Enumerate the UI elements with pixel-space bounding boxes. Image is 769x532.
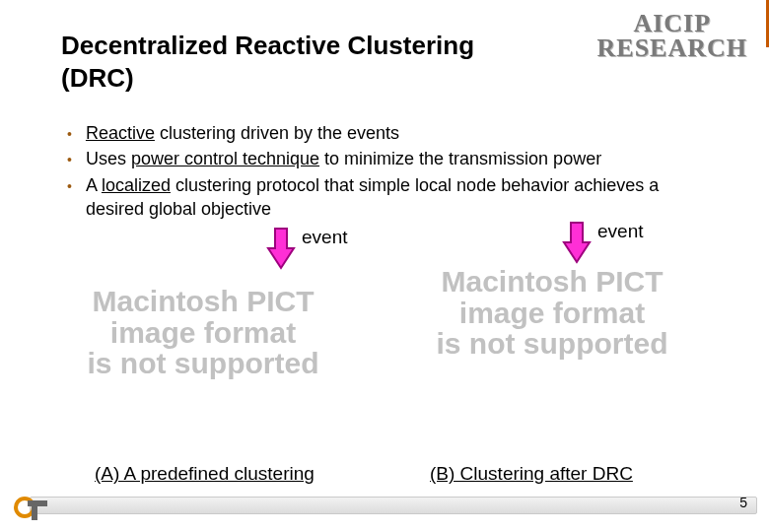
event-right-group: event [562, 221, 643, 264]
bullet-underlined: localized [102, 175, 171, 195]
image-placeholders: Macintosh PICT image format is not suppo… [0, 286, 769, 433]
bullet-underlined: Reactive [86, 123, 155, 143]
brand-logo: AICIP RESEARCH [597, 12, 747, 60]
slide-title: Decentralized Reactive Clustering (DRC) [61, 30, 475, 94]
svg-marker-1 [564, 223, 590, 262]
bullet-list: • Reactive clustering driven by the even… [67, 121, 698, 221]
bullet-text: Uses power control technique to minimize… [86, 147, 601, 170]
event-left-group: event [266, 227, 347, 270]
footer-logo-icon [14, 497, 55, 522]
bullet-text: A localized clustering protocol that sim… [86, 173, 698, 222]
event-left-label: event [302, 227, 347, 248]
bullet-mark-icon: • [67, 177, 72, 222]
bullet-mark-icon: • [67, 151, 72, 170]
footer-bar [30, 497, 757, 514]
bullet-mark-icon: • [67, 125, 72, 145]
page-number: 5 [739, 495, 747, 510]
bullet-pre: A [86, 175, 102, 195]
bullet-item: • A localized clustering protocol that s… [67, 173, 698, 222]
caption-a: (A) A predefined clustering [95, 463, 315, 485]
bullet-underlined: power control technique [131, 149, 319, 168]
image-placeholder-right: Macintosh PICT image format is not suppo… [384, 266, 720, 360]
slide: AICIP RESEARCH Decentralized Reactive Cl… [0, 0, 769, 532]
bullet-item: • Reactive clustering driven by the even… [67, 121, 698, 145]
caption-b: (B) Clustering after DRC [430, 463, 633, 485]
event-right-label: event [597, 221, 643, 242]
down-arrow-icon [266, 227, 296, 270]
svg-marker-0 [268, 229, 294, 268]
bullet-post: clustering protocol that simple local no… [86, 175, 659, 219]
down-arrow-icon [562, 221, 592, 264]
brand-line1: AICIP [597, 12, 747, 36]
bullet-post: to minimize the transmission power [319, 149, 601, 168]
brand-line2: RESEARCH [597, 36, 747, 61]
bullet-text: Reactive clustering driven by the events [86, 121, 399, 145]
bullet-post: clustering driven by the events [155, 123, 399, 143]
bullet-pre: Uses [86, 149, 131, 168]
image-placeholder-left: Macintosh PICT image format is not suppo… [35, 286, 371, 379]
bullet-item: • Uses power control technique to minimi… [67, 147, 698, 170]
